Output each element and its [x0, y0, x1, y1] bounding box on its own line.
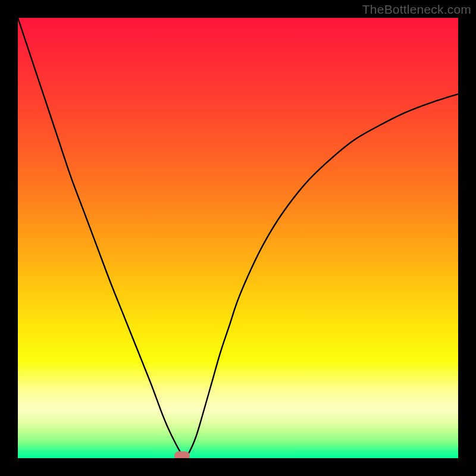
chart-stage: TheBottleneck.com: [0, 0, 476, 476]
optimal-point-marker: [174, 452, 190, 458]
plot-area: [18, 18, 458, 458]
bottleneck-curve: [18, 18, 458, 458]
attribution-text: TheBottleneck.com: [362, 2, 471, 17]
